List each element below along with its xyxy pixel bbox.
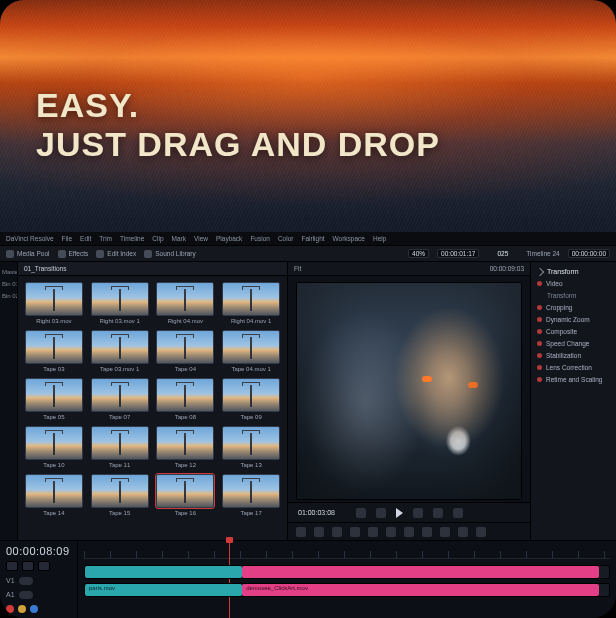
menu-workspace[interactable]: Workspace — [333, 235, 365, 242]
clip-video-b[interactable] — [242, 566, 598, 578]
media-thumbnail[interactable]: Tape 11 — [90, 426, 150, 468]
menu-fusion[interactable]: Fusion — [250, 235, 270, 242]
clip-audio-b[interactable]: demosee_ClickArt.mov — [242, 584, 598, 596]
zoom-tool-icon[interactable] — [476, 527, 486, 537]
select-dot-icon[interactable] — [30, 605, 38, 613]
playhead[interactable] — [229, 541, 230, 618]
menu-playback[interactable]: Playback — [216, 235, 242, 242]
inspector-item-lens[interactable]: Lens Correction — [537, 364, 610, 371]
snap-tool-icon[interactable] — [458, 527, 468, 537]
solo-dot-icon[interactable] — [18, 605, 26, 613]
viewer-header: Fit 00:00:09:03 — [288, 262, 530, 276]
insert-tool-icon[interactable] — [350, 527, 360, 537]
media-thumbnail[interactable]: Tape 03.mov 1 — [90, 330, 150, 372]
timeline-tracks-area[interactable]: paris.mov demosee_ClickArt.mov — [78, 541, 616, 618]
viewer-fit-label[interactable]: Fit — [294, 265, 301, 272]
inspector-item-video[interactable]: Video — [537, 280, 610, 287]
media-pool-toggle[interactable]: Media Pool — [6, 250, 50, 258]
inspector-item-dynamic-zoom[interactable]: Dynamic Zoom — [537, 316, 610, 323]
inspector-item-retime[interactable]: Retime and Scaling — [537, 376, 610, 383]
flag-tool-icon[interactable] — [440, 527, 450, 537]
menu-color[interactable]: Color — [278, 235, 294, 242]
go-start-button[interactable] — [356, 508, 366, 518]
menu-timeline[interactable]: Timeline — [120, 235, 144, 242]
media-thumbnail[interactable]: Right 04.mov 1 — [221, 282, 281, 324]
media-thumbnail[interactable]: Tape 14 — [24, 474, 84, 516]
play-button[interactable] — [396, 508, 403, 518]
media-thumbnail[interactable]: Tape 08 — [156, 378, 216, 420]
media-thumbnail[interactable]: Tape 04 — [156, 330, 216, 372]
step-back-button[interactable] — [376, 508, 386, 518]
blade-tool-icon[interactable] — [332, 527, 342, 537]
thumbnail-image — [25, 426, 83, 460]
media-thumbnail[interactable]: Tape 07 — [90, 378, 150, 420]
menu-fairlight[interactable]: Fairlight — [301, 235, 324, 242]
inspector-item-transform[interactable]: Transform — [547, 292, 610, 299]
media-thumbnail[interactable]: Tape 10 — [24, 426, 84, 468]
track-mute-toggle[interactable] — [19, 591, 33, 599]
video-track-1[interactable] — [84, 565, 610, 579]
sound-library-toggle[interactable]: Sound Library — [144, 250, 195, 258]
clip-video-a[interactable] — [85, 566, 242, 578]
menu-help[interactable]: Help — [373, 235, 386, 242]
app-menubar: DaVinci Resolve File Edit Trim Timeline … — [0, 232, 616, 246]
timeline-ruler[interactable] — [84, 551, 610, 559]
media-thumbnail[interactable]: Tape 12 — [156, 426, 216, 468]
menu-view[interactable]: View — [194, 235, 208, 242]
inspector-header[interactable]: Transform — [537, 268, 610, 275]
timeline-name-dropdown[interactable]: Timeline 24 — [526, 250, 559, 257]
clip-audio-a[interactable]: paris.mov — [85, 584, 242, 596]
inspector-item-speed[interactable]: Speed Change — [537, 340, 610, 347]
media-thumbnail[interactable]: Tape 13 — [221, 426, 281, 468]
media-thumbnail[interactable]: Tape 16 — [156, 474, 216, 516]
track-lock-icon[interactable] — [22, 561, 34, 571]
track-a1-label[interactable]: A1 — [6, 591, 15, 598]
zoom-percentage[interactable]: 40% — [408, 249, 429, 258]
clip-label: demosee_ClickArt.mov — [246, 585, 308, 591]
marker-tool-icon[interactable] — [422, 527, 432, 537]
link-tool-icon[interactable] — [404, 527, 414, 537]
media-thumbnail[interactable]: Tape 03 — [24, 330, 84, 372]
media-thumbnail[interactable]: Tape 05 — [24, 378, 84, 420]
track-v1-header[interactable] — [6, 561, 18, 571]
media-thumbnail[interactable]: Tape 09 — [221, 378, 281, 420]
pointer-tool-icon[interactable] — [296, 527, 306, 537]
menu-trim[interactable]: Trim — [99, 235, 112, 242]
media-thumbnail[interactable]: Tape 04.mov 1 — [221, 330, 281, 372]
menu-app[interactable]: DaVinci Resolve — [6, 235, 54, 242]
trim-tool-icon[interactable] — [314, 527, 324, 537]
track-auto-icon[interactable] — [38, 561, 50, 571]
media-thumbnail[interactable]: Tape 15 — [90, 474, 150, 516]
menu-edit[interactable]: Edit — [80, 235, 91, 242]
media-thumbnail[interactable]: Right 03.mov — [24, 282, 84, 324]
replace-tool-icon[interactable] — [386, 527, 396, 537]
keyframe-dot-icon — [537, 377, 542, 382]
inspector-item-stabilize[interactable]: Stabilization — [537, 352, 610, 359]
loop-button[interactable] — [453, 508, 463, 518]
track-v1-label[interactable]: V1 — [6, 577, 15, 584]
audio-track-1[interactable]: paris.mov demosee_ClickArt.mov — [84, 583, 610, 597]
media-thumbnail[interactable]: Tape 17 — [221, 474, 281, 516]
media-thumbnail[interactable]: Right 03.mov 1 — [90, 282, 150, 324]
keyframe-dot-icon — [537, 317, 542, 322]
menu-clip[interactable]: Clip — [152, 235, 163, 242]
overwrite-tool-icon[interactable] — [368, 527, 378, 537]
program-monitor[interactable] — [296, 282, 522, 500]
media-thumbnail[interactable]: Right 04.mov — [156, 282, 216, 324]
thumbnail-image — [91, 282, 149, 316]
transport-timecode: 01:00:03:08 — [298, 509, 335, 516]
thumbnail-image — [222, 330, 280, 364]
menu-file[interactable]: File — [62, 235, 72, 242]
bin-1[interactable]: Bin 01 — [0, 278, 17, 290]
track-enable-toggle[interactable] — [19, 577, 33, 585]
step-fwd-button[interactable] — [413, 508, 423, 518]
effects-toggle[interactable]: Effects — [58, 250, 89, 258]
bin-2[interactable]: Bin 02 — [0, 290, 17, 302]
go-end-button[interactable] — [433, 508, 443, 518]
inspector-item-cropping[interactable]: Cropping — [537, 304, 610, 311]
menu-mark[interactable]: Mark — [172, 235, 186, 242]
edit-index-toggle[interactable]: Edit Index — [96, 250, 136, 258]
record-dot-icon[interactable] — [6, 605, 14, 613]
bin-master[interactable]: Master — [0, 266, 17, 278]
inspector-item-composite[interactable]: Composite — [537, 328, 610, 335]
